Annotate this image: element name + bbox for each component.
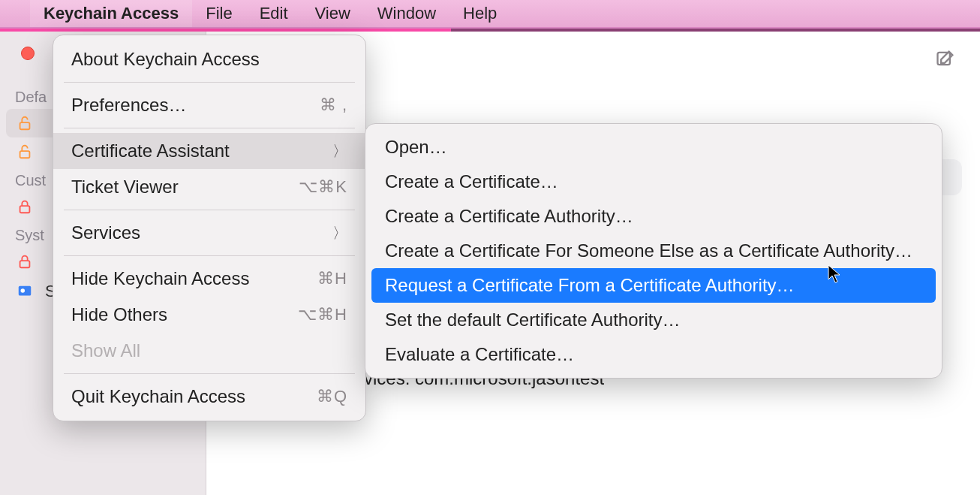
menu-item-ticket-viewer[interactable]: Ticket Viewer⌥⌘K — [53, 169, 365, 205]
certificate-assistant-submenu: Open… Create a Certificate… Create a Cer… — [365, 123, 942, 379]
close-window-button[interactable] — [21, 47, 35, 60]
menu-item-preferences[interactable]: Preferences…⌘ , — [53, 87, 365, 123]
lock-closed-icon — [15, 198, 35, 215]
menu-help[interactable]: Help — [449, 0, 510, 27]
submenu-item-open[interactable]: Open… — [365, 130, 942, 164]
submenu-item-create-cert[interactable]: Create a Certificate… — [365, 164, 942, 199]
lock-open-icon — [15, 143, 35, 160]
submenu-item-request-cert[interactable]: Request a Certificate From a Certificate… — [371, 268, 936, 303]
chevron-right-icon: 〉 — [332, 141, 347, 161]
submenu-item-create-ca[interactable]: Create a Certificate Authority… — [365, 199, 942, 234]
svg-rect-0 — [20, 122, 30, 129]
menu-item-services[interactable]: Services〉 — [53, 215, 365, 251]
menu-edit[interactable]: Edit — [246, 0, 302, 27]
menu-window[interactable]: Window — [364, 0, 449, 27]
menu-file[interactable]: File — [192, 0, 245, 27]
submenu-item-evaluate[interactable]: Evaluate a Certificate… — [365, 337, 942, 372]
submenu-item-create-for-someone[interactable]: Create a Certificate For Someone Else as… — [365, 234, 942, 268]
menubar: Keychain Access File Edit View Window He… — [0, 0, 980, 29]
svg-rect-1 — [20, 151, 30, 158]
menu-app[interactable]: Keychain Access — [30, 0, 192, 27]
svg-rect-3 — [20, 261, 30, 267]
chevron-right-icon: 〉 — [332, 223, 347, 243]
menu-item-about[interactable]: About Keychain Access — [53, 41, 365, 77]
app-menu: About Keychain Access Preferences…⌘ , Ce… — [53, 35, 366, 421]
menu-view[interactable]: View — [302, 0, 364, 27]
menu-item-certificate-assistant[interactable]: Certificate Assistant〉 — [53, 133, 365, 169]
compose-icon[interactable] — [935, 48, 956, 69]
menu-item-hide[interactable]: Hide Keychain Access⌘H — [53, 261, 365, 297]
lock-open-icon — [15, 115, 35, 131]
lock-closed-icon — [15, 253, 35, 270]
submenu-item-set-default-ca[interactable]: Set the default Certificate Authority… — [365, 303, 942, 337]
certificate-icon — [15, 283, 35, 300]
menu-item-quit[interactable]: Quit Keychain Access⌘Q — [53, 379, 365, 415]
menu-item-show-all: Show All — [53, 333, 365, 369]
svg-point-5 — [21, 288, 26, 293]
menu-item-hide-others[interactable]: Hide Others⌥⌘H — [53, 297, 365, 333]
svg-rect-2 — [20, 206, 30, 213]
